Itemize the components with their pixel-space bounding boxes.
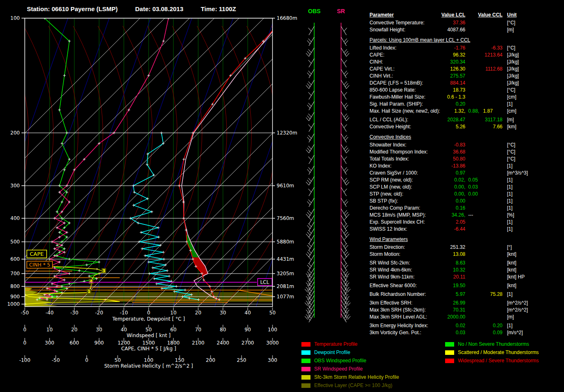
parameter-row: SB STP (fix):0.00[1] xyxy=(370,198,562,205)
parameter-row: Bulk Richardson Number:5.9775.28[1] xyxy=(370,291,562,298)
svg-text:1077m: 1077m xyxy=(277,294,294,300)
parameter-row: Lifted Index:-1.76-6.33[°C] xyxy=(370,45,562,52)
parameter-row: SCP LM (new, old):0.00,0.03[1] xyxy=(370,184,562,191)
severity-legend: No / Non Severe ThunderstormsScattered /… xyxy=(445,340,539,365)
legend-label: OBS Windspeed Profile xyxy=(314,358,366,364)
profile-legend-item: Effective Layer (CAPE >= 100 J/kg) xyxy=(301,381,399,390)
value-lcl: 20.11 xyxy=(370,274,465,281)
cinh-box-label: CINH * 5 xyxy=(29,262,50,268)
svg-text:5880m: 5880m xyxy=(277,239,294,245)
legend-label: Widespread / Severe Thunderstorms xyxy=(458,358,539,364)
value-ccl: 0.20 xyxy=(370,322,502,329)
unit-label: [knt] xyxy=(507,260,517,267)
parameter-panel: Parameter Value LCL Value CCL Unit Conve… xyxy=(370,12,562,336)
svg-text:4: 4 xyxy=(90,279,92,284)
svg-text:200: 200 xyxy=(206,357,216,363)
svg-text:50: 50 xyxy=(114,357,121,363)
legend-label: Sfc-3km Storm Relative Helicity Profile xyxy=(314,374,399,380)
svg-text:40: 40 xyxy=(121,327,127,333)
unit-label: [%] xyxy=(507,212,514,219)
value-lcl: 0.02, xyxy=(370,177,465,184)
x-axis-title: CAPE, CINH * 5 [ J/kg ] xyxy=(121,346,176,352)
panel-section-title: Parcels: Using 100mB mean layer LCL + CC… xyxy=(370,37,562,45)
sr-wind-barbs xyxy=(341,23,351,322)
value-lcl: 8.63 xyxy=(370,260,465,267)
svg-text:400: 400 xyxy=(10,215,20,221)
profile-legend-item: Dewpoint Profile xyxy=(301,348,399,357)
parameter-row: Convective Height:5.267.66[km] xyxy=(370,123,562,130)
value-ccl: 3117.18 xyxy=(370,116,502,123)
value-lcl: 26.99 xyxy=(370,300,465,307)
svg-text:1500: 1500 xyxy=(142,340,155,346)
value-lcl: 0.00, xyxy=(370,191,465,198)
unit-label: [knt] xyxy=(507,267,517,274)
parameter-row: Storm Direction:251.32[°] xyxy=(370,244,562,251)
parameter-row: 850-600 Lapse Rate:18.73[°C] xyxy=(370,87,562,94)
parameter-row: Modified Thompson Index:36.68[°C] xyxy=(370,149,562,156)
svg-text:90: 90 xyxy=(244,327,251,333)
unit-label: [m^2/s^2] xyxy=(507,307,528,314)
svg-text:-10: -10 xyxy=(120,310,128,316)
svg-text:20: 20 xyxy=(71,327,77,333)
svg-text:200: 200 xyxy=(10,130,20,136)
sr-column-header: SR xyxy=(337,8,345,14)
svg-text:50: 50 xyxy=(269,310,275,316)
unit-label: [°C] xyxy=(507,45,515,52)
svg-text:300: 300 xyxy=(10,183,20,189)
svg-text:20: 20 xyxy=(195,310,201,316)
svg-text:300: 300 xyxy=(268,357,277,363)
svg-text:100: 100 xyxy=(268,327,277,333)
value-lcl-extra: 0.00 xyxy=(468,191,480,198)
svg-text:4431m: 4431m xyxy=(277,256,294,262)
profile-point-marker: 3 xyxy=(102,268,106,273)
parameter-row: STP (new, old):0.00,0.00[1] xyxy=(370,191,562,198)
obs-wind-barbs xyxy=(305,23,314,322)
legend-label: SR Windspeed Profile xyxy=(314,366,363,372)
profile-legend-item: OBS Windspeed Profile xyxy=(301,357,399,365)
app-window: 341LCLCAPECINH * 51002003004005006007008… xyxy=(0,0,564,392)
unit-label: [m^2/s^2] xyxy=(507,300,528,307)
legend-swatch-icon xyxy=(445,359,454,363)
svg-text:2081m: 2081m xyxy=(277,283,294,289)
value-lcl: 4087.66 xyxy=(370,26,465,33)
value-lcl-extra: 0.88, 1.87 xyxy=(468,108,495,115)
unit-label: [m] xyxy=(507,26,514,33)
parameter-row: CINH:320.34[J/kg] xyxy=(370,59,562,66)
pressure-axis-labels: 1002003004005006007008009001000 xyxy=(7,15,25,307)
panel-section-title: Convective Indices xyxy=(370,134,562,142)
parameter-row: CINH Virt.:275.57[J/kg] xyxy=(370,73,562,80)
svg-text:12320m: 12320m xyxy=(277,130,297,136)
legend-swatch-icon xyxy=(301,342,310,347)
svg-text:50: 50 xyxy=(145,327,152,333)
unit-label: [m] xyxy=(507,116,514,123)
parameter-row: CAPE:96.321213.64[J/kg] xyxy=(370,52,562,59)
unit-label: [1] xyxy=(507,219,512,226)
title-bar: Station: 06610 Payerne (LSMP) Date: 03.0… xyxy=(27,5,252,12)
svg-text:-30: -30 xyxy=(70,310,78,316)
value-lcl: 37.36 xyxy=(370,19,465,26)
x-axis-title: Storm Relative Helicity [ m^2/s^2 ] xyxy=(104,363,193,369)
value-ccl: 7.66 xyxy=(370,123,502,130)
svg-text:70: 70 xyxy=(195,327,201,333)
legend-label: Dewpoint Profile xyxy=(314,349,350,355)
unit-label: [cm] xyxy=(507,94,517,101)
svg-text:60: 60 xyxy=(170,327,176,333)
unit-label: [1] xyxy=(507,198,512,205)
svg-text:30: 30 xyxy=(220,310,226,316)
svg-text:700: 700 xyxy=(10,271,20,276)
legend-swatch-icon xyxy=(301,383,310,388)
svg-text:10: 10 xyxy=(46,327,52,333)
parameter-row: Total Totals Index:50.80[°C] xyxy=(370,156,562,163)
parameter-row: SWISS 12 Index:-6.44[1] xyxy=(370,226,562,233)
parameter-row: Exp. Supercell Index CH:2.05[1] xyxy=(370,219,562,226)
svg-text:600: 600 xyxy=(10,256,20,262)
svg-text:0: 0 xyxy=(85,357,88,363)
legend-swatch-icon xyxy=(445,350,454,355)
value-lcl: 0.20 xyxy=(370,101,465,108)
svg-text:-50: -50 xyxy=(21,310,29,316)
value-lcl-extra: 0.05 xyxy=(468,177,480,184)
unit-label: [1] xyxy=(507,205,512,212)
svg-text:80: 80 xyxy=(220,327,226,333)
parameter-row: 3km Effective SRH:26.99[m^2/s^2] xyxy=(370,300,562,307)
value-lcl: 2000.00 xyxy=(370,314,465,321)
